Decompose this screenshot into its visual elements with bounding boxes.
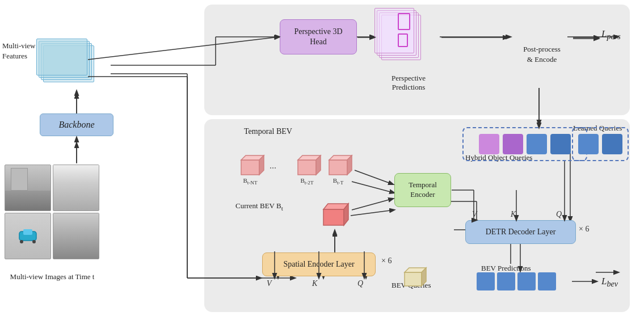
bev-cube-current: [318, 201, 351, 231]
times-6-spatial: × 6: [381, 256, 392, 266]
spatial-encoder-box: Spatial Encoder Layer: [262, 252, 376, 276]
detr-v-label: V: [472, 210, 477, 219]
detr-k-label: K: [511, 210, 516, 219]
svg-marker-33: [298, 160, 316, 175]
mv-features-pages: [35, 39, 103, 87]
p3d-head-box: Perspective 3DHead: [280, 19, 357, 54]
mv-images-label: Multi-view Images at Time t: [2, 272, 102, 281]
spatial-v-label: V: [267, 279, 272, 288]
persp-predictions-pages: [374, 8, 440, 70]
bev-predictions-squares: [477, 272, 556, 290]
l-bev-label: Lbev: [601, 276, 618, 289]
svg-rect-26: [23, 229, 32, 235]
postprocess-label: Post-process& Encode: [511, 44, 573, 65]
learned-sq-2: [602, 134, 622, 154]
bev-cube-t2T: Bt-2T: [292, 153, 322, 186]
svg-marker-42: [405, 272, 422, 286]
detr-q-label: Q: [556, 210, 562, 219]
purple-sq-2: [503, 134, 523, 154]
purple-sq-1: [479, 134, 499, 154]
learned-queries-box: [572, 127, 629, 161]
svg-marker-36: [329, 160, 347, 175]
temporal-bev-label: Temporal BEV: [244, 127, 292, 136]
blue-sq-2: [550, 134, 571, 154]
bev-cube-tNT: Bt-NT: [235, 153, 265, 186]
spatial-q-label: Q: [357, 279, 363, 288]
spatial-k-label: K: [312, 279, 317, 288]
persp-predictions-label: Perspective Predictions: [374, 74, 443, 92]
mv-features-label: Multi-viewFeatures: [2, 41, 36, 61]
svg-point-27: [20, 240, 23, 243]
learned-sq-1: [578, 134, 599, 154]
bev-cube-tT: Bt-T: [323, 153, 353, 186]
l-pers-arrow: [573, 34, 618, 45]
times-6-detr: × 6: [579, 225, 589, 234]
svg-marker-39: [323, 209, 344, 225]
detr-decoder-box: DETR Decoder Layer: [465, 220, 576, 244]
svg-point-28: [32, 240, 36, 243]
bev-queries-cube: [400, 266, 430, 292]
ellipsis: ...: [270, 161, 276, 171]
mv-images-grid: [5, 165, 99, 259]
current-bev-label: Current BEV Bt: [235, 201, 283, 212]
bev-predictions-label: BEV Predictions: [481, 264, 531, 273]
temporal-encoder-box: TemporalEncoder: [394, 173, 451, 207]
backbone-box: Backbone: [40, 113, 113, 136]
blue-sq-1: [527, 134, 547, 154]
svg-marker-30: [241, 160, 259, 175]
hybrid-queries-box: [462, 127, 587, 161]
diagram: Multi-viewFeatures Backbone: [0, 0, 644, 320]
